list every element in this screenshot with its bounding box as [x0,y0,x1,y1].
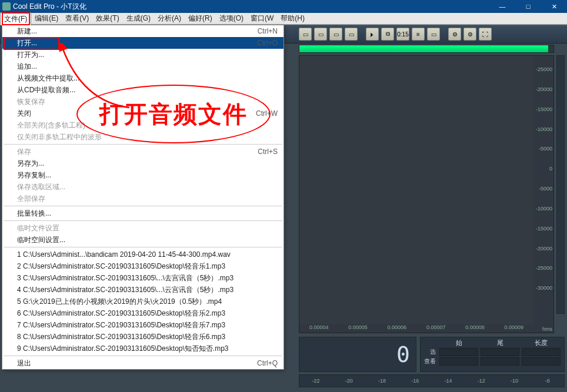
menu-bar: 文件(F)编辑(E)查看(V)效果(T)生成(G)分析(A)偏好(R)选项(O)… [0,13,567,25]
ruler-tick: -25000 [536,265,552,271]
menu-0[interactable]: 文件(F) [0,12,31,25]
toolbar-button[interactable]: ⛶ [479,28,492,41]
menu-item[interactable]: 4 C:\Users\Administrator.SC-201903131605… [2,284,284,296]
menu-3[interactable]: 效果(T) [92,12,122,25]
menu-5[interactable]: 分析(A) [154,12,185,25]
toolbar-button[interactable]: 0:15 [396,28,409,41]
selpanel-value[interactable] [439,348,478,356]
selpanel-header: 始 [438,339,479,347]
toolbar-button[interactable]: ⧉ [381,28,394,41]
menu-item-label: 追加... [17,62,278,72]
menu-1[interactable]: 编辑(E) [31,12,62,25]
menu-item-label: 从CD中提取音频... [17,85,278,95]
close-button[interactable]: ✕ [541,0,567,13]
selpanel-row-label: 选 [423,348,438,356]
menu-item-label: 全部保存 [17,194,278,204]
toolbar-button[interactable]: ⏵ [366,28,379,41]
menu-item-label: 1 C:\Users\Administ...\bandicam 2019-04-… [17,250,278,259]
menu-item[interactable]: 另存复制... [2,169,284,181]
menu-item-label: 恢复保存 [17,97,278,107]
menu-8[interactable]: 窗口(W [247,12,277,25]
ruler-tick: 0.00004 [299,324,338,333]
menu-item[interactable]: 关闭Ctrl+W [2,108,284,119]
ruler-tick: -10000 [536,126,552,132]
waveform-area[interactable]: smpl -25000-20000-15000-10000-50000-5000… [299,55,554,333]
toolbar-button[interactable]: ⚙ [448,28,461,41]
ruler-tick: 0.00005 [338,324,377,333]
menu-item[interactable]: 1 C:\Users\Administ...\bandicam 2019-04-… [2,249,284,260]
menu-4[interactable]: 生成(G) [123,12,154,25]
selpanel-value[interactable] [481,357,519,366]
db-tick: -20 [332,378,365,384]
menu-item-label: 全部关闭(含多轨工程) [17,120,278,130]
ruler-tick: -30000 [536,285,552,291]
menu-item[interactable]: 7 C:\Users\Administrator.SC-201903131605… [2,319,284,331]
window-buttons: — □ ✕ [489,0,567,13]
toolbar-button[interactable]: ▭ [427,28,440,41]
menu-item[interactable]: 9 C:\Users\Administrator.SC-201903131605… [2,343,284,354]
selpanel-value[interactable] [522,348,561,356]
vertical-scrollbar[interactable] [556,55,565,314]
overview-bar[interactable] [299,45,554,53]
menu-item-label: 退出 [17,359,257,368]
ruler-tick: -20000 [536,86,552,92]
toolbar-button[interactable]: ▭ [314,28,327,41]
selpanel-row-label: 查看 [423,357,438,366]
toolbar-button[interactable]: ⚙ [463,28,476,41]
file-menu-dropdown: 新建...Ctrl+N打开...Ctrl+O打开为...追加...从视频文件中提… [2,25,284,370]
menu-item: 临时文件设置 [2,222,284,234]
menu-item[interactable]: 5 G:\火2019已上传的小视频\火2019的片头\火2019（0.5秒）.m… [2,296,284,307]
toolbar-button[interactable]: ▭ [329,28,342,41]
menu-item-label: 关闭 [17,109,256,119]
app-icon [2,2,11,11]
menu-item-shortcut: Ctrl+W [256,109,278,118]
menu-item-label: 打开... [17,38,257,48]
db-tick: -22 [299,378,332,384]
menu-item-label: 8 C:\Users\Administrator.SC-201903131605… [17,332,278,342]
menu-item[interactable]: 批量转换... [2,207,284,219]
menu-7[interactable]: 选项(O) [216,12,247,25]
menu-item[interactable]: 退出Ctrl+Q [2,357,284,369]
menu-item-label: 保存选取区域... [17,182,278,192]
menu-9[interactable]: 帮助(H) [277,12,308,25]
hms-label: hms [542,326,552,332]
menu-separator [4,247,282,247]
menu-item[interactable]: 从CD中提取音频... [2,84,284,96]
selpanel-value[interactable] [522,357,561,366]
time-ruler: 0.000040.000050.000060.000070.000080.000… [299,324,533,333]
menu-item[interactable]: 从视频文件中提取... [2,72,284,84]
menu-item-label: 9 C:\Users\Administrator.SC-201903131605… [17,344,278,354]
menu-item-label: 新建... [17,26,258,36]
maximize-button[interactable]: □ [515,0,541,13]
menu-item-label: 打开为... [17,50,278,60]
menu-item[interactable]: 打开...Ctrl+O [2,37,284,49]
selection-panel: 始尾长度 选查看 [420,337,565,372]
ruler-tick: 0.00008 [455,324,494,333]
menu-item[interactable]: 2 C:\Users\Administrator.SC-201903131605… [2,260,284,272]
menu-6[interactable]: 偏好(R) [185,12,216,25]
toolbar-button[interactable]: ▭ [299,28,312,41]
db-meter: -22-20-18-16-14-12-10-8 [299,374,565,387]
toolbar-button[interactable]: ▭ [345,28,358,41]
selpanel-value[interactable] [481,348,519,356]
amplitude-ruler: -25000-20000-15000-10000-50000-5000-1000… [533,56,553,333]
selpanel-value[interactable] [439,357,478,366]
menu-item[interactable]: 8 C:\Users\Administrator.SC-201903131605… [2,331,284,343]
toolbar-button[interactable]: ≡ [412,28,425,41]
selpanel-row: 选 [423,347,562,357]
window-title: Cool Edit Pro - 小T汉化 [13,2,489,12]
menu-item[interactable]: 打开为... [2,49,284,61]
minimize-button[interactable]: — [489,0,515,13]
menu-item[interactable]: 另存为... [2,158,284,169]
ruler-tick: -5000 [539,186,552,192]
db-tick: -16 [399,378,432,384]
menu-item-shortcut: Ctrl+Q [257,359,278,367]
menu-2[interactable]: 查看(V) [62,12,92,25]
menu-item: 保存Ctrl+S [2,146,284,158]
menu-item[interactable]: 6 C:\Users\Administrator.SC-201903131605… [2,307,284,319]
menu-item[interactable]: 追加... [2,61,284,72]
menu-item[interactable]: 3 C:\Users\Administrator.SC-201903131605… [2,272,284,284]
menu-item[interactable]: 新建...Ctrl+N [2,25,284,37]
menu-item[interactable]: 临时空间设置... [2,234,284,246]
menu-item-shortcut: Ctrl+N [258,27,278,35]
